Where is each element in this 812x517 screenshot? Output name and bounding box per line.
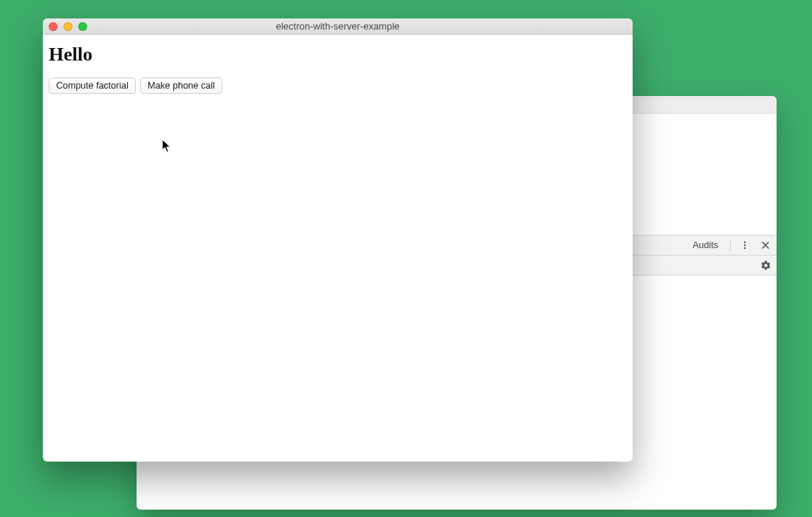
main-window: electron-with-server-example Hello Compu… — [43, 18, 633, 462]
zoom-window-icon[interactable] — [78, 22, 87, 31]
minimize-window-icon[interactable] — [63, 22, 72, 31]
window-content: Hello Compute factorial Make phone call — [43, 35, 633, 98]
gear-icon[interactable] — [759, 258, 772, 272]
close-window-icon[interactable] — [49, 22, 58, 31]
button-row: Compute factorial Make phone call — [49, 78, 627, 94]
svg-point-1 — [744, 244, 746, 246]
separator — [730, 239, 731, 251]
titlebar[interactable]: electron-with-server-example — [43, 18, 633, 35]
page-heading: Hello — [49, 44, 627, 66]
make-phone-call-button[interactable]: Make phone call — [140, 78, 222, 94]
compute-factorial-button[interactable]: Compute factorial — [49, 78, 136, 94]
devtools-tab-audits[interactable]: Audits — [688, 240, 723, 250]
kebab-menu-icon[interactable] — [738, 239, 751, 252]
traffic-lights — [49, 22, 87, 31]
svg-point-0 — [744, 242, 746, 243]
close-icon[interactable] — [759, 239, 772, 252]
window-title: electron-with-server-example — [276, 21, 400, 32]
mouse-cursor-icon — [162, 139, 172, 154]
svg-point-2 — [744, 247, 746, 249]
